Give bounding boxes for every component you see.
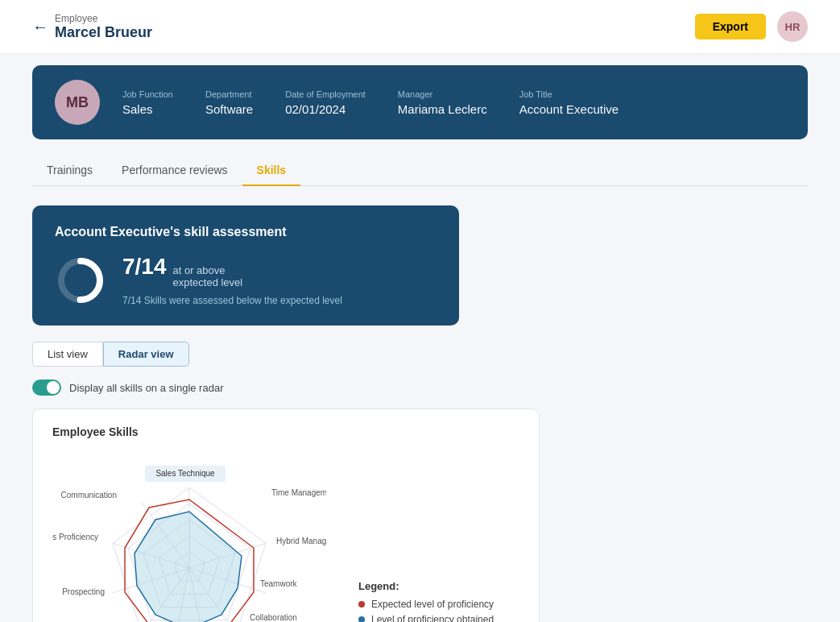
- top-bar: ← Employee Marcel Brueur Export HR: [0, 0, 840, 54]
- radar-card: Employee Skills: [32, 408, 540, 622]
- employee-name: Marcel Brueur: [55, 24, 152, 41]
- radar-svg-container: Sales Technique Time Management Hybrid M…: [52, 451, 326, 622]
- radar-card-title: Employee Skills: [52, 425, 519, 438]
- toggle-row: Display all skills on a single radar: [32, 379, 808, 396]
- employee-label: Employee: [55, 13, 152, 24]
- info-manager: Manager Mariama Leclerc: [398, 89, 487, 116]
- radar-view-button[interactable]: Radar view: [103, 342, 189, 367]
- info-date-employment: Date of Employment 02/01/2024: [285, 89, 366, 116]
- svg-text:Hybrid Management: Hybrid Management: [276, 537, 326, 545]
- field-value: Account Executive: [519, 102, 619, 116]
- legend-blue-dot: [358, 616, 365, 622]
- skill-desc-top: at or above: [173, 264, 243, 276]
- radar-content: Sales Technique Time Management Hybrid M…: [52, 451, 519, 622]
- tab-performance-reviews[interactable]: Performance reviews: [107, 156, 242, 186]
- tab-trainings[interactable]: Trainings: [32, 156, 107, 186]
- skill-desc-top2: exptected level: [173, 276, 243, 288]
- field-label: Job Title: [519, 89, 619, 99]
- content-area: Account Executive's skill assessment 7/1…: [0, 186, 840, 622]
- svg-text:Prospecting: Prospecting: [62, 587, 105, 596]
- info-job-title: Job Title Account Executive: [519, 89, 619, 116]
- list-view-button[interactable]: List view: [32, 342, 103, 367]
- field-value: Mariama Leclerc: [398, 102, 487, 116]
- skill-desc-bottom: 7/14 Skills were assessed below the expe…: [122, 295, 342, 306]
- employee-avatar: MB: [55, 80, 100, 125]
- svg-text:Time Management: Time Management: [271, 488, 326, 497]
- skill-summary-card: Account Executive's skill assessment 7/1…: [32, 205, 459, 326]
- info-fields: Job Function Sales Department Software D…: [122, 89, 785, 116]
- toggle-knob: [47, 381, 60, 394]
- toggle-switch[interactable]: [32, 379, 61, 396]
- back-arrow-icon: ←: [32, 18, 48, 36]
- svg-text:Sales Process Proficiency: Sales Process Proficiency: [52, 533, 98, 541]
- view-toggle: List view Radar view: [32, 342, 808, 367]
- svg-text:Teamwork: Teamwork: [260, 579, 298, 588]
- svg-text:Sales Technique: Sales Technique: [155, 469, 215, 478]
- legend-red-dot: [358, 601, 365, 607]
- top-actions: Export HR: [695, 11, 808, 42]
- tab-skills[interactable]: Skills: [242, 156, 301, 186]
- info-bar: MB Job Function Sales Department Softwar…: [32, 65, 808, 139]
- svg-text:Communication: Communication: [61, 491, 117, 500]
- user-avatar: HR: [777, 11, 808, 42]
- tabs: Trainings Performance reviews Skills: [32, 156, 808, 186]
- svg-text:Collaboration: Collaboration: [250, 613, 297, 622]
- field-label: Date of Employment: [285, 89, 366, 99]
- field-value: 02/01/2024: [285, 102, 366, 116]
- legend-section: Legend: Expected level of proficiency Le…: [358, 580, 494, 622]
- donut-container: [55, 255, 106, 306]
- info-job-function: Job Function Sales: [122, 89, 173, 116]
- toggle-label: Display all skills on a single radar: [69, 382, 223, 394]
- field-label: Department: [205, 89, 253, 99]
- skill-summary-title: Account Executive's skill assessment: [55, 225, 437, 239]
- info-department: Department Software: [205, 89, 253, 116]
- legend-item-obtained: Level of proficiency obtained: [358, 614, 494, 622]
- skill-summary-body: 7/14 at or above exptected level 7/14 Sk…: [55, 254, 437, 306]
- field-value: Software: [205, 102, 253, 116]
- field-label: Manager: [398, 89, 487, 99]
- legend-title: Legend:: [358, 580, 494, 592]
- field-label: Job Function: [122, 89, 173, 99]
- legend-item-expected: Expected level of proficiency: [358, 599, 494, 610]
- export-button[interactable]: Export: [695, 14, 766, 39]
- skill-fraction: 7/14: [122, 254, 167, 280]
- skill-stat: 7/14 at or above exptected level 7/14 Sk…: [122, 254, 342, 306]
- back-nav[interactable]: ← Employee Marcel Brueur: [32, 13, 152, 41]
- field-value: Sales: [122, 102, 173, 116]
- svg-marker-18: [134, 512, 242, 622]
